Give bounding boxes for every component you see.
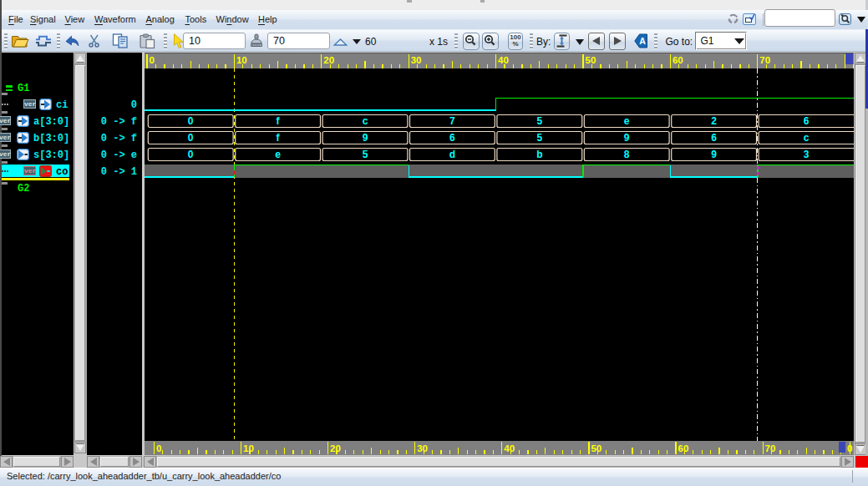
- svg-text:70: 70: [765, 443, 776, 453]
- svg-text:6: 6: [804, 115, 810, 127]
- svg-text:60: 60: [678, 443, 689, 453]
- svg-text:0: 0: [188, 132, 194, 144]
- svg-text:b: b: [536, 149, 542, 160]
- svg-text:10: 10: [236, 55, 247, 65]
- svg-text:20: 20: [330, 443, 341, 453]
- svg-text:50: 50: [591, 443, 602, 453]
- svg-text:5: 5: [536, 115, 542, 127]
- svg-text:7: 7: [449, 115, 455, 127]
- svg-text:0: 0: [188, 149, 194, 160]
- svg-text:e: e: [275, 149, 281, 160]
- svg-text:c: c: [363, 115, 368, 127]
- svg-text:50: 50: [586, 55, 596, 65]
- svg-text:e: e: [624, 115, 630, 127]
- svg-text:5: 5: [536, 132, 542, 144]
- svg-text:c: c: [804, 132, 810, 144]
- svg-text:0: 0: [847, 443, 852, 453]
- svg-text:60: 60: [673, 55, 683, 65]
- svg-text:40: 40: [498, 55, 509, 65]
- svg-text:9: 9: [624, 132, 630, 144]
- svg-text:0: 0: [150, 55, 155, 65]
- svg-text:10: 10: [243, 443, 254, 453]
- svg-text:6: 6: [449, 132, 455, 144]
- svg-text:3: 3: [804, 149, 810, 160]
- svg-text:6: 6: [711, 132, 717, 144]
- svg-text:30: 30: [417, 443, 428, 453]
- svg-text:30: 30: [411, 55, 422, 65]
- svg-text:5: 5: [363, 149, 368, 160]
- svg-text:A: A: [639, 36, 646, 46]
- svg-text:d: d: [449, 149, 455, 160]
- svg-text:2: 2: [711, 115, 717, 127]
- svg-text:8: 8: [624, 149, 630, 160]
- svg-text:20: 20: [323, 55, 334, 65]
- svg-text:40: 40: [504, 443, 515, 453]
- svg-text:0: 0: [156, 443, 161, 453]
- svg-text:9: 9: [711, 149, 717, 160]
- svg-text:9: 9: [363, 132, 368, 144]
- svg-text:0: 0: [188, 115, 194, 127]
- svg-text:70: 70: [759, 55, 770, 65]
